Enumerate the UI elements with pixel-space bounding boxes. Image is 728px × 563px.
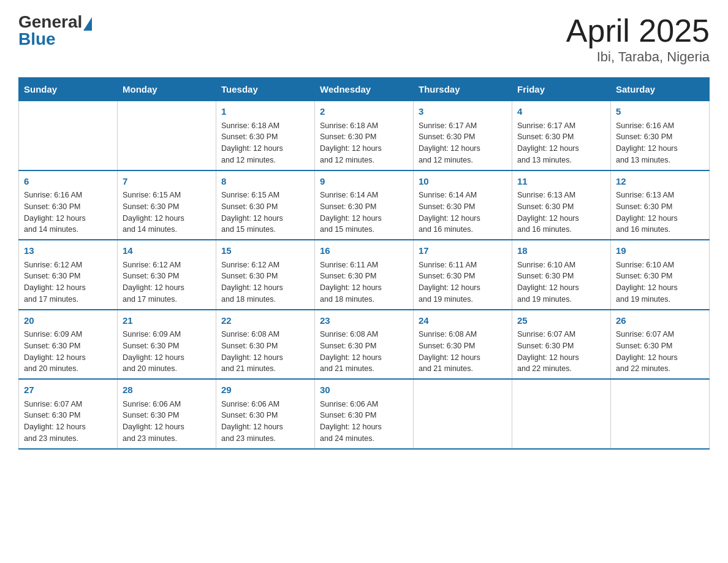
logo: General Blue bbox=[18, 12, 92, 49]
calendar-cell: 21Sunrise: 6:09 AM Sunset: 6:30 PM Dayli… bbox=[118, 310, 216, 380]
calendar-cell bbox=[118, 101, 216, 170]
calendar-cell: 16Sunrise: 6:11 AM Sunset: 6:30 PM Dayli… bbox=[315, 240, 414, 310]
day-number: 9 bbox=[320, 175, 408, 189]
day-info: Sunrise: 6:15 AM Sunset: 6:30 PM Dayligh… bbox=[221, 191, 283, 234]
page-subtitle: Ibi, Taraba, Nigeria bbox=[566, 49, 710, 65]
day-number: 6 bbox=[24, 175, 112, 189]
day-number: 20 bbox=[24, 314, 112, 328]
day-info: Sunrise: 6:11 AM Sunset: 6:30 PM Dayligh… bbox=[320, 261, 382, 304]
calendar-cell: 26Sunrise: 6:07 AM Sunset: 6:30 PM Dayli… bbox=[611, 310, 710, 380]
day-info: Sunrise: 6:07 AM Sunset: 6:30 PM Dayligh… bbox=[616, 330, 678, 373]
calendar-cell: 19Sunrise: 6:10 AM Sunset: 6:30 PM Dayli… bbox=[611, 240, 710, 310]
calendar-cell: 27Sunrise: 6:07 AM Sunset: 6:30 PM Dayli… bbox=[19, 379, 118, 449]
day-number: 1 bbox=[221, 105, 309, 119]
day-of-week-monday: Monday bbox=[118, 78, 216, 101]
calendar-cell: 6Sunrise: 6:16 AM Sunset: 6:30 PM Daylig… bbox=[19, 170, 118, 240]
day-of-week-saturday: Saturday bbox=[611, 78, 710, 101]
day-of-week-thursday: Thursday bbox=[414, 78, 512, 101]
day-number: 27 bbox=[24, 383, 112, 397]
day-info: Sunrise: 6:06 AM Sunset: 6:30 PM Dayligh… bbox=[221, 400, 283, 443]
calendar-cell: 8Sunrise: 6:15 AM Sunset: 6:30 PM Daylig… bbox=[216, 170, 315, 240]
calendar-cell: 4Sunrise: 6:17 AM Sunset: 6:30 PM Daylig… bbox=[512, 101, 611, 170]
day-of-week-wednesday: Wednesday bbox=[315, 78, 414, 101]
day-number: 15 bbox=[221, 244, 309, 258]
day-info: Sunrise: 6:08 AM Sunset: 6:30 PM Dayligh… bbox=[320, 330, 382, 373]
day-number: 3 bbox=[419, 105, 507, 119]
day-info: Sunrise: 6:18 AM Sunset: 6:30 PM Dayligh… bbox=[320, 121, 382, 164]
day-info: Sunrise: 6:17 AM Sunset: 6:30 PM Dayligh… bbox=[419, 121, 480, 164]
day-number: 14 bbox=[123, 244, 211, 258]
day-info: Sunrise: 6:14 AM Sunset: 6:30 PM Dayligh… bbox=[419, 191, 480, 234]
day-number: 26 bbox=[616, 314, 704, 328]
day-info: Sunrise: 6:07 AM Sunset: 6:30 PM Dayligh… bbox=[24, 400, 86, 443]
day-number: 16 bbox=[320, 244, 408, 258]
day-number: 10 bbox=[419, 175, 507, 189]
calendar-cell: 25Sunrise: 6:07 AM Sunset: 6:30 PM Dayli… bbox=[512, 310, 611, 380]
calendar-week-1: 1Sunrise: 6:18 AM Sunset: 6:30 PM Daylig… bbox=[19, 101, 710, 170]
day-number: 30 bbox=[320, 383, 408, 397]
day-of-week-tuesday: Tuesday bbox=[216, 78, 315, 101]
calendar-cell: 23Sunrise: 6:08 AM Sunset: 6:30 PM Dayli… bbox=[315, 310, 414, 380]
page-title: April 2025 bbox=[566, 12, 710, 49]
day-info: Sunrise: 6:17 AM Sunset: 6:30 PM Dayligh… bbox=[517, 121, 579, 164]
day-of-week-friday: Friday bbox=[512, 78, 611, 101]
day-of-week-sunday: Sunday bbox=[19, 78, 118, 101]
calendar-week-4: 20Sunrise: 6:09 AM Sunset: 6:30 PM Dayli… bbox=[19, 310, 710, 380]
day-info: Sunrise: 6:13 AM Sunset: 6:30 PM Dayligh… bbox=[517, 191, 579, 234]
day-number: 25 bbox=[517, 314, 605, 328]
calendar-cell bbox=[512, 379, 611, 449]
day-number: 28 bbox=[123, 383, 211, 397]
calendar-cell: 10Sunrise: 6:14 AM Sunset: 6:30 PM Dayli… bbox=[414, 170, 512, 240]
logo-triangle-icon bbox=[83, 17, 92, 31]
day-number: 22 bbox=[221, 314, 309, 328]
day-number: 4 bbox=[517, 105, 605, 119]
day-info: Sunrise: 6:06 AM Sunset: 6:30 PM Dayligh… bbox=[123, 400, 184, 443]
calendar-cell: 29Sunrise: 6:06 AM Sunset: 6:30 PM Dayli… bbox=[216, 379, 315, 449]
day-info: Sunrise: 6:06 AM Sunset: 6:30 PM Dayligh… bbox=[320, 400, 382, 443]
day-number: 12 bbox=[616, 175, 704, 189]
day-info: Sunrise: 6:09 AM Sunset: 6:30 PM Dayligh… bbox=[123, 330, 184, 373]
day-info: Sunrise: 6:15 AM Sunset: 6:30 PM Dayligh… bbox=[123, 191, 184, 234]
calendar-cell: 22Sunrise: 6:08 AM Sunset: 6:30 PM Dayli… bbox=[216, 310, 315, 380]
day-info: Sunrise: 6:12 AM Sunset: 6:30 PM Dayligh… bbox=[123, 261, 184, 304]
day-info: Sunrise: 6:10 AM Sunset: 6:30 PM Dayligh… bbox=[517, 261, 579, 304]
calendar-cell: 5Sunrise: 6:16 AM Sunset: 6:30 PM Daylig… bbox=[611, 101, 710, 170]
day-number: 29 bbox=[221, 383, 309, 397]
day-number: 17 bbox=[419, 244, 507, 258]
day-info: Sunrise: 6:12 AM Sunset: 6:30 PM Dayligh… bbox=[221, 261, 283, 304]
day-info: Sunrise: 6:16 AM Sunset: 6:30 PM Dayligh… bbox=[24, 191, 86, 234]
logo-blue: Blue bbox=[18, 29, 92, 49]
day-number: 8 bbox=[221, 175, 309, 189]
calendar-table: SundayMondayTuesdayWednesdayThursdayFrid… bbox=[18, 77, 710, 450]
calendar-cell: 11Sunrise: 6:13 AM Sunset: 6:30 PM Dayli… bbox=[512, 170, 611, 240]
day-number: 24 bbox=[419, 314, 507, 328]
calendar-cell bbox=[19, 101, 118, 170]
day-number: 18 bbox=[517, 244, 605, 258]
day-number: 23 bbox=[320, 314, 408, 328]
day-number: 21 bbox=[123, 314, 211, 328]
day-number: 7 bbox=[123, 175, 211, 189]
day-info: Sunrise: 6:13 AM Sunset: 6:30 PM Dayligh… bbox=[616, 191, 678, 234]
day-info: Sunrise: 6:08 AM Sunset: 6:30 PM Dayligh… bbox=[419, 330, 480, 373]
page-header: General Blue April 2025 Ibi, Taraba, Nig… bbox=[18, 12, 710, 65]
day-info: Sunrise: 6:11 AM Sunset: 6:30 PM Dayligh… bbox=[419, 261, 480, 304]
calendar-header: SundayMondayTuesdayWednesdayThursdayFrid… bbox=[19, 78, 710, 101]
day-info: Sunrise: 6:09 AM Sunset: 6:30 PM Dayligh… bbox=[24, 330, 86, 373]
day-number: 11 bbox=[517, 175, 605, 189]
day-number: 19 bbox=[616, 244, 704, 258]
calendar-cell bbox=[611, 379, 710, 449]
calendar-week-2: 6Sunrise: 6:16 AM Sunset: 6:30 PM Daylig… bbox=[19, 170, 710, 240]
day-info: Sunrise: 6:07 AM Sunset: 6:30 PM Dayligh… bbox=[517, 330, 579, 373]
days-of-week-row: SundayMondayTuesdayWednesdayThursdayFrid… bbox=[19, 78, 710, 101]
calendar-cell: 9Sunrise: 6:14 AM Sunset: 6:30 PM Daylig… bbox=[315, 170, 414, 240]
calendar-cell: 12Sunrise: 6:13 AM Sunset: 6:30 PM Dayli… bbox=[611, 170, 710, 240]
day-info: Sunrise: 6:12 AM Sunset: 6:30 PM Dayligh… bbox=[24, 261, 86, 304]
day-info: Sunrise: 6:14 AM Sunset: 6:30 PM Dayligh… bbox=[320, 191, 382, 234]
day-number: 13 bbox=[24, 244, 112, 258]
calendar-cell: 18Sunrise: 6:10 AM Sunset: 6:30 PM Dayli… bbox=[512, 240, 611, 310]
title-block: April 2025 Ibi, Taraba, Nigeria bbox=[566, 12, 710, 65]
calendar-cell: 14Sunrise: 6:12 AM Sunset: 6:30 PM Dayli… bbox=[118, 240, 216, 310]
day-info: Sunrise: 6:10 AM Sunset: 6:30 PM Dayligh… bbox=[616, 261, 678, 304]
calendar-cell: 3Sunrise: 6:17 AM Sunset: 6:30 PM Daylig… bbox=[414, 101, 512, 170]
day-info: Sunrise: 6:16 AM Sunset: 6:30 PM Dayligh… bbox=[616, 121, 678, 164]
